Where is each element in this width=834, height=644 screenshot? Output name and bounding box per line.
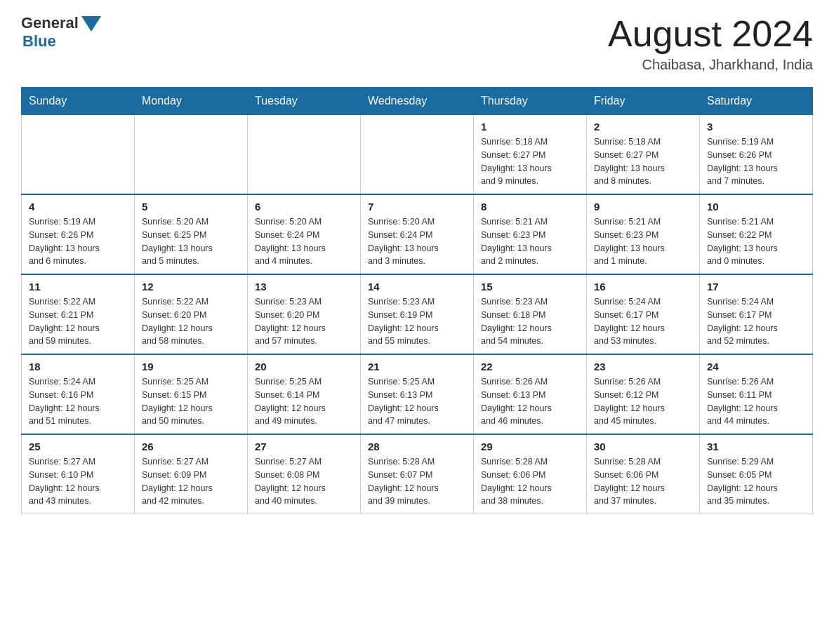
day-info: Sunrise: 5:25 AM Sunset: 6:13 PM Dayligh… <box>368 375 466 428</box>
page-header: General Blue August 2024 Chaibasa, Jhark… <box>21 14 813 73</box>
day-number: 22 <box>481 361 579 373</box>
day-number: 5 <box>142 201 240 213</box>
day-info: Sunrise: 5:27 AM Sunset: 6:09 PM Dayligh… <box>142 455 240 508</box>
table-row: 30Sunrise: 5:28 AM Sunset: 6:06 PM Dayli… <box>587 434 700 514</box>
table-row: 24Sunrise: 5:26 AM Sunset: 6:11 PM Dayli… <box>700 354 813 434</box>
table-row: 2Sunrise: 5:18 AM Sunset: 6:27 PM Daylig… <box>587 115 700 195</box>
table-row: 15Sunrise: 5:23 AM Sunset: 6:18 PM Dayli… <box>474 274 587 354</box>
day-number: 18 <box>29 361 127 373</box>
day-number: 26 <box>142 441 240 452</box>
day-info: Sunrise: 5:23 AM Sunset: 6:20 PM Dayligh… <box>255 295 353 348</box>
day-info: Sunrise: 5:21 AM Sunset: 6:23 PM Dayligh… <box>594 215 692 268</box>
day-info: Sunrise: 5:20 AM Sunset: 6:25 PM Dayligh… <box>142 215 240 268</box>
table-row: 19Sunrise: 5:25 AM Sunset: 6:15 PM Dayli… <box>135 354 248 434</box>
day-info: Sunrise: 5:20 AM Sunset: 6:24 PM Dayligh… <box>368 215 466 268</box>
day-info: Sunrise: 5:23 AM Sunset: 6:19 PM Dayligh… <box>368 295 466 348</box>
table-row: 12Sunrise: 5:22 AM Sunset: 6:20 PM Dayli… <box>135 274 248 354</box>
day-info: Sunrise: 5:27 AM Sunset: 6:08 PM Dayligh… <box>255 455 353 508</box>
day-number: 8 <box>481 201 579 213</box>
day-number: 1 <box>481 121 579 133</box>
table-row: 11Sunrise: 5:22 AM Sunset: 6:21 PM Dayli… <box>22 274 135 354</box>
calendar-title-section: August 2024 Chaibasa, Jharkhand, India <box>608 14 813 73</box>
table-row: 27Sunrise: 5:27 AM Sunset: 6:08 PM Dayli… <box>248 434 361 514</box>
header-saturday: Saturday <box>700 88 813 115</box>
day-number: 27 <box>255 441 353 452</box>
day-number: 6 <box>255 201 353 213</box>
logo-triangle-icon <box>81 16 101 32</box>
logo-blue-text: Blue <box>22 32 56 50</box>
day-number: 28 <box>368 441 466 452</box>
weekday-header-row: Sunday Monday Tuesday Wednesday Thursday… <box>22 88 813 115</box>
day-number: 29 <box>481 441 579 452</box>
table-row: 29Sunrise: 5:28 AM Sunset: 6:06 PM Dayli… <box>474 434 587 514</box>
day-info: Sunrise: 5:29 AM Sunset: 6:05 PM Dayligh… <box>707 455 805 508</box>
day-info: Sunrise: 5:25 AM Sunset: 6:14 PM Dayligh… <box>255 375 353 428</box>
day-number: 3 <box>707 121 805 133</box>
table-row: 6Sunrise: 5:20 AM Sunset: 6:24 PM Daylig… <box>248 194 361 274</box>
day-number: 30 <box>594 441 692 452</box>
table-row: 9Sunrise: 5:21 AM Sunset: 6:23 PM Daylig… <box>587 194 700 274</box>
table-row: 28Sunrise: 5:28 AM Sunset: 6:07 PM Dayli… <box>361 434 474 514</box>
day-info: Sunrise: 5:26 AM Sunset: 6:13 PM Dayligh… <box>481 375 579 428</box>
calendar-location: Chaibasa, Jharkhand, India <box>608 57 813 73</box>
table-row <box>135 115 248 195</box>
table-row: 22Sunrise: 5:26 AM Sunset: 6:13 PM Dayli… <box>474 354 587 434</box>
logo: General Blue <box>21 14 101 51</box>
table-row: 26Sunrise: 5:27 AM Sunset: 6:09 PM Dayli… <box>135 434 248 514</box>
day-number: 7 <box>368 201 466 213</box>
logo-general-text: General <box>21 14 79 32</box>
table-row: 21Sunrise: 5:25 AM Sunset: 6:13 PM Dayli… <box>361 354 474 434</box>
day-info: Sunrise: 5:21 AM Sunset: 6:23 PM Dayligh… <box>481 215 579 268</box>
day-number: 2 <box>594 121 692 133</box>
day-info: Sunrise: 5:26 AM Sunset: 6:11 PM Dayligh… <box>707 375 805 428</box>
calendar-week-row: 25Sunrise: 5:27 AM Sunset: 6:10 PM Dayli… <box>22 434 813 514</box>
day-number: 4 <box>29 201 127 213</box>
day-info: Sunrise: 5:28 AM Sunset: 6:07 PM Dayligh… <box>368 455 466 508</box>
table-row: 10Sunrise: 5:21 AM Sunset: 6:22 PM Dayli… <box>700 194 813 274</box>
day-info: Sunrise: 5:28 AM Sunset: 6:06 PM Dayligh… <box>481 455 579 508</box>
table-row: 14Sunrise: 5:23 AM Sunset: 6:19 PM Dayli… <box>361 274 474 354</box>
day-info: Sunrise: 5:24 AM Sunset: 6:17 PM Dayligh… <box>594 295 692 348</box>
day-number: 14 <box>368 281 466 293</box>
day-info: Sunrise: 5:18 AM Sunset: 6:27 PM Dayligh… <box>481 135 579 188</box>
table-row: 25Sunrise: 5:27 AM Sunset: 6:10 PM Dayli… <box>22 434 135 514</box>
calendar-week-row: 1Sunrise: 5:18 AM Sunset: 6:27 PM Daylig… <box>22 115 813 195</box>
table-row: 1Sunrise: 5:18 AM Sunset: 6:27 PM Daylig… <box>474 115 587 195</box>
calendar-week-row: 11Sunrise: 5:22 AM Sunset: 6:21 PM Dayli… <box>22 274 813 354</box>
day-number: 23 <box>594 361 692 373</box>
table-row: 3Sunrise: 5:19 AM Sunset: 6:26 PM Daylig… <box>700 115 813 195</box>
day-number: 31 <box>707 441 805 452</box>
header-tuesday: Tuesday <box>248 88 361 115</box>
header-wednesday: Wednesday <box>361 88 474 115</box>
day-info: Sunrise: 5:18 AM Sunset: 6:27 PM Dayligh… <box>594 135 692 188</box>
header-thursday: Thursday <box>474 88 587 115</box>
day-info: Sunrise: 5:27 AM Sunset: 6:10 PM Dayligh… <box>29 455 127 508</box>
table-row: 16Sunrise: 5:24 AM Sunset: 6:17 PM Dayli… <box>587 274 700 354</box>
header-friday: Friday <box>587 88 700 115</box>
day-info: Sunrise: 5:24 AM Sunset: 6:16 PM Dayligh… <box>29 375 127 428</box>
calendar-month-year: August 2024 <box>608 14 813 54</box>
day-info: Sunrise: 5:21 AM Sunset: 6:22 PM Dayligh… <box>707 215 805 268</box>
table-row: 7Sunrise: 5:20 AM Sunset: 6:24 PM Daylig… <box>361 194 474 274</box>
day-number: 25 <box>29 441 127 452</box>
day-number: 17 <box>707 281 805 293</box>
day-number: 13 <box>255 281 353 293</box>
table-row <box>22 115 135 195</box>
table-row: 5Sunrise: 5:20 AM Sunset: 6:25 PM Daylig… <box>135 194 248 274</box>
day-number: 12 <box>142 281 240 293</box>
table-row: 18Sunrise: 5:24 AM Sunset: 6:16 PM Dayli… <box>22 354 135 434</box>
day-info: Sunrise: 5:26 AM Sunset: 6:12 PM Dayligh… <box>594 375 692 428</box>
day-number: 16 <box>594 281 692 293</box>
day-info: Sunrise: 5:20 AM Sunset: 6:24 PM Dayligh… <box>255 215 353 268</box>
day-number: 10 <box>707 201 805 213</box>
calendar-table: Sunday Monday Tuesday Wednesday Thursday… <box>21 87 813 514</box>
table-row: 8Sunrise: 5:21 AM Sunset: 6:23 PM Daylig… <box>474 194 587 274</box>
day-info: Sunrise: 5:23 AM Sunset: 6:18 PM Dayligh… <box>481 295 579 348</box>
table-row: 4Sunrise: 5:19 AM Sunset: 6:26 PM Daylig… <box>22 194 135 274</box>
table-row <box>361 115 474 195</box>
table-row: 31Sunrise: 5:29 AM Sunset: 6:05 PM Dayli… <box>700 434 813 514</box>
day-number: 15 <box>481 281 579 293</box>
day-info: Sunrise: 5:22 AM Sunset: 6:21 PM Dayligh… <box>29 295 127 348</box>
day-info: Sunrise: 5:22 AM Sunset: 6:20 PM Dayligh… <box>142 295 240 348</box>
table-row: 17Sunrise: 5:24 AM Sunset: 6:17 PM Dayli… <box>700 274 813 354</box>
